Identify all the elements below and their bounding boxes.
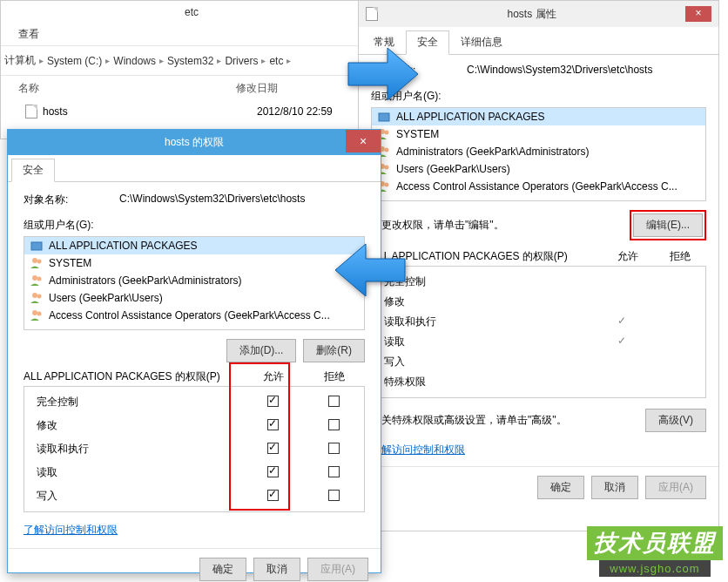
explorer-title: etc — [1, 1, 382, 24]
tabs: 常规 安全 详细信息 — [359, 27, 718, 55]
deny-header: 拒绝 — [654, 249, 706, 264]
svg-point-12 — [32, 275, 37, 281]
breadcrumb[interactable]: 计算机▸ System (C:)▸ Windows▸ System32▸ Dri… — [1, 45, 382, 76]
group-item[interactable]: ALL APPLICATION PACKAGES — [372, 108, 705, 125]
chevron-right-icon: ▸ — [159, 56, 164, 65]
properties-dialog: hosts 属性 × 常规 安全 详细信息 对象名称: C:\Windows\S… — [358, 0, 719, 531]
svg-point-6 — [385, 166, 389, 170]
svg-point-17 — [37, 312, 42, 316]
close-button[interactable]: × — [346, 130, 381, 152]
users-icon — [30, 308, 44, 322]
permissions-title: ALL APPLICATION PACKAGES 的权限(P) — [24, 369, 243, 384]
group-item[interactable]: Users (GeekPark\Users) — [24, 289, 364, 307]
group-item[interactable]: SYSTEM — [24, 254, 364, 272]
permissions-dialog-title: hosts 的权限 × — [8, 130, 381, 155]
groups-label: 组或用户名(G): — [371, 89, 706, 104]
file-icon — [25, 105, 37, 118]
watermark-url: www.jsgho.com — [599, 560, 710, 577]
deny-checkbox[interactable] — [328, 419, 340, 430]
package-icon — [377, 110, 391, 124]
permissions-list: 完全控制 修改 读取和执行 读取 写入 — [24, 386, 365, 512]
groups-list[interactable]: ALL APPLICATION PACKAGES SYSTEM Administ… — [371, 107, 706, 201]
group-item[interactable]: Access Control Assistance Operators (Gee… — [372, 178, 705, 195]
breadcrumb-item[interactable]: etc — [269, 55, 283, 67]
chevron-right-icon: ▸ — [286, 56, 291, 65]
properties-titlebar: hosts 属性 × — [359, 1, 718, 27]
permissions-list: 完全控制 修改 读取和执行✓ 读取✓ 写入 特殊权限 — [371, 266, 706, 398]
allow-checkbox[interactable] — [267, 443, 279, 454]
breadcrumb-item[interactable]: System32 — [167, 55, 213, 67]
cancel-button[interactable]: 取消 — [253, 558, 300, 581]
group-item[interactable]: ALL APPLICATION PACKAGES — [24, 237, 364, 254]
breadcrumb-item[interactable]: Windows — [113, 55, 156, 67]
file-icon — [366, 7, 378, 21]
svg-point-10 — [32, 258, 37, 263]
users-icon — [30, 256, 44, 270]
groups-list[interactable]: ALL APPLICATION PACKAGES SYSTEM Administ… — [24, 236, 365, 330]
deny-checkbox[interactable] — [328, 466, 340, 477]
cancel-button[interactable]: 取消 — [591, 476, 638, 499]
chevron-right-icon: ▸ — [105, 56, 110, 65]
explorer-view-menu[interactable]: 查看 — [1, 24, 382, 45]
group-item[interactable]: Access Control Assistance Operators (Gee… — [24, 307, 364, 324]
svg-rect-9 — [31, 242, 42, 250]
group-item[interactable]: Administrators (GeekPark\Administrators) — [24, 272, 364, 289]
permissions-dialog: hosts 的权限 × 安全 对象名称: C:\Windows\System32… — [7, 129, 381, 573]
add-button[interactable]: 添加(D)... — [226, 339, 297, 362]
tab-details[interactable]: 详细信息 — [449, 30, 514, 54]
deny-checkbox[interactable] — [328, 443, 340, 454]
close-button[interactable]: × — [685, 6, 711, 22]
file-row[interactable]: hosts 2012/8/10 22:59 — [1, 101, 382, 122]
allow-checkbox[interactable] — [267, 419, 279, 430]
help-link[interactable]: 了解访问控制和权限 — [24, 524, 118, 536]
object-name-label: 对象名称: — [24, 193, 119, 207]
ok-button[interactable]: 确定 — [199, 558, 246, 581]
svg-rect-0 — [379, 113, 389, 121]
properties-title: hosts 属性 — [378, 7, 685, 22]
column-date[interactable]: 修改日期 — [236, 81, 278, 96]
svg-point-2 — [385, 131, 389, 135]
breadcrumb-item[interactable]: Drivers — [225, 55, 258, 67]
breadcrumb-item[interactable]: 计算机 — [4, 53, 36, 68]
group-item[interactable]: Users (GeekPark\Users) — [372, 160, 705, 178]
ok-button[interactable]: 确定 — [537, 476, 584, 499]
allow-checkbox[interactable] — [267, 396, 279, 407]
allow-header: 允许 — [602, 249, 654, 264]
tab-general[interactable]: 常规 — [362, 30, 406, 54]
advanced-button[interactable]: 高级(V) — [645, 409, 706, 432]
svg-point-15 — [37, 294, 42, 299]
allow-header: 允许 — [243, 369, 304, 384]
svg-point-8 — [385, 183, 389, 187]
allow-checkbox[interactable] — [267, 490, 279, 501]
file-date: 2012/8/10 22:59 — [257, 105, 333, 118]
package-icon — [30, 239, 44, 253]
edit-button[interactable]: 编辑(E)... — [633, 213, 703, 237]
users-icon — [30, 291, 44, 305]
column-headers: 名称 修改日期 — [1, 76, 382, 101]
tab-security[interactable]: 安全 — [406, 30, 449, 55]
remove-button[interactable]: 删除(R) — [303, 339, 365, 362]
watermark: 技术员联盟 www.jsgho.com — [587, 526, 723, 577]
breadcrumb-item[interactable]: System (C:) — [47, 55, 102, 67]
chevron-right-icon: ▸ — [261, 56, 266, 65]
tab-security[interactable]: 安全 — [11, 159, 55, 182]
column-name[interactable]: 名称 — [18, 81, 236, 96]
users-icon — [30, 274, 44, 288]
svg-point-16 — [32, 310, 37, 315]
deny-checkbox[interactable] — [328, 490, 340, 501]
apply-button[interactable]: 应用(A) — [307, 558, 368, 581]
advanced-hint: 有关特殊权限或高级设置，请单击"高级"。 — [371, 413, 567, 428]
permissions-title: ALL APPLICATION PACKAGES 的权限(P) — [371, 249, 602, 264]
chevron-right-icon: ▸ — [217, 56, 221, 65]
watermark-title: 技术员联盟 — [587, 526, 723, 560]
chevron-right-icon: ▸ — [39, 56, 44, 65]
apply-button[interactable]: 应用(A) — [645, 476, 706, 499]
group-item[interactable]: Administrators (GeekPark\Administrators) — [372, 143, 705, 160]
help-link[interactable]: 了解访问控制和权限 — [371, 443, 465, 456]
allow-checkbox[interactable] — [267, 466, 279, 477]
explorer-window: etc 查看 计算机▸ System (C:)▸ Windows▸ System… — [0, 0, 383, 139]
group-item[interactable]: SYSTEM — [372, 125, 705, 143]
deny-checkbox[interactable] — [328, 396, 340, 407]
svg-point-4 — [385, 148, 389, 152]
object-name-value: C:\Windows\System32\Drivers\etc\hosts — [119, 193, 305, 207]
